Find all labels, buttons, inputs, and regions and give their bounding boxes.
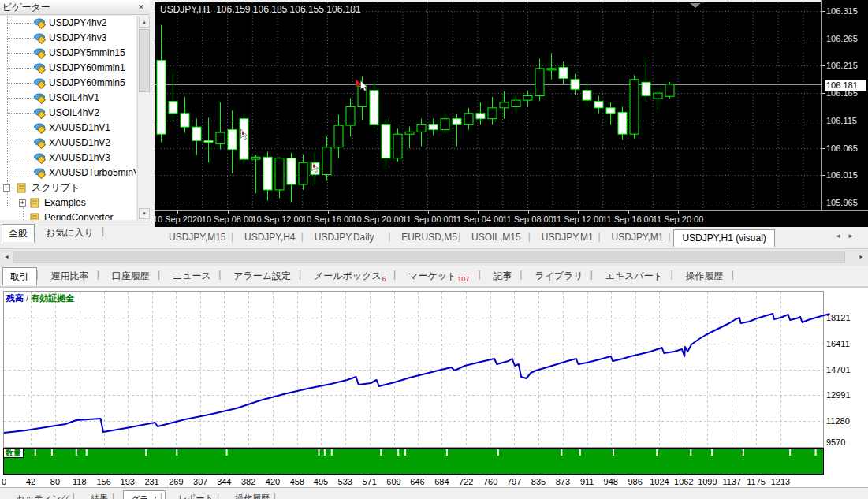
trade-tick-label: 420 (266, 477, 280, 486)
balance-tick-label: 18121 (826, 313, 851, 322)
sidebar-item-expert[interactable]: USOIL4hV2 (0, 106, 136, 121)
terminal-tab-0[interactable]: 取引 (2, 267, 37, 285)
axis-tick (822, 39, 825, 39)
terminal-tab-label: メールボックス (314, 270, 382, 281)
scrollbar-thumb[interactable] (139, 29, 150, 92)
sidebar-item-expert[interactable]: XAUUSD1hV3 (0, 151, 136, 166)
navigator-scrollbar[interactable]: ▲ ▼ (137, 16, 151, 220)
chart-tab-4[interactable]: USOIL,M15 (464, 229, 529, 246)
terminal-tab-3[interactable]: ニュース (166, 267, 218, 285)
trade-tick-label: 344 (217, 477, 231, 486)
navigator-tab-0[interactable]: 全般 (2, 224, 35, 242)
chart-tab-6[interactable]: USDJPY,M1 (604, 229, 672, 246)
mt4-window: ビゲーター × USDJPY4hv2USDJPY4hv3USDJPY5mmin1… (0, 0, 868, 499)
terminal-tab-2[interactable]: 口座履歴 (105, 267, 157, 285)
trade-tick-label: 231 (144, 477, 158, 486)
candle-body (630, 80, 639, 134)
candle-body (594, 102, 603, 108)
terminal-tab-5[interactable]: メールボックス6 (307, 267, 393, 285)
script-icon (16, 182, 28, 194)
sidebar-item-expert[interactable]: USDJPY4hv3 (0, 31, 136, 46)
current-price-badge: 106.181 (825, 80, 866, 91)
sidebar-item-expert[interactable]: XAUUSDTurbo5minV (0, 166, 136, 181)
volume-gap (711, 449, 713, 456)
tester-tab-3[interactable]: レポート (171, 490, 221, 499)
candlestick-chart[interactable] (155, 0, 821, 210)
axis-tick (278, 211, 278, 214)
chart-tab-3[interactable]: EURUSD,M5 (393, 229, 465, 246)
terminal-tab-7[interactable]: 記事 (486, 267, 520, 285)
date-tick-label: 10 Sep 16:00 (302, 214, 353, 224)
candle-body (512, 100, 520, 106)
sidebar-item-label: USOIL4hV2 (49, 107, 99, 118)
tab-scroll-arrows[interactable]: ◄► (835, 233, 860, 240)
sidebar-item-expert[interactable]: USDJPY5mmin15 (0, 46, 136, 61)
scroll-up-icon[interactable]: ▲ (139, 17, 150, 28)
candle-body (382, 125, 390, 158)
chart-tab-1[interactable]: USDJPY,H4 (237, 229, 303, 246)
candle-body (346, 106, 355, 125)
expand-icon[interactable]: + (19, 199, 26, 207)
legend-equity: 有効証拠金 (31, 293, 74, 303)
date-tick-label: 10 Sep 20:00 (352, 214, 403, 224)
tester-tab-2[interactable]: グラフ (123, 490, 166, 499)
terminal-tab-8[interactable]: ライブラリ (527, 267, 590, 285)
price-tick-label: 105.965 (826, 198, 858, 207)
candle-body (322, 147, 331, 175)
date-tick-label: 11 Sep 20:00 (653, 214, 704, 224)
chart-tab-7[interactable]: USDJPY,H1 (visual) (673, 229, 774, 247)
tab-separator: | (668, 231, 670, 242)
tester-tab-0[interactable]: セッティング (9, 490, 77, 499)
collapse-icon[interactable]: − (3, 184, 10, 192)
terminal-tab-4[interactable]: アラーム設定 (226, 267, 298, 285)
chart-tab-2[interactable]: USDJPY,Daily (307, 229, 382, 246)
sidebar-item-expert[interactable]: USDJPY60mmin1 (0, 61, 136, 76)
scroll-down-icon[interactable]: ▼ (139, 208, 150, 219)
chart-tab-0[interactable]: USDJPY,M15 (161, 229, 233, 246)
volume-gap (176, 449, 177, 456)
sidebar-item-scripts[interactable]: −スクリプト (0, 181, 136, 196)
candle-body (547, 69, 556, 70)
hscroll-left-icon[interactable]: ◄ (1, 251, 13, 263)
candle-body (393, 134, 402, 158)
sidebar-item-expert[interactable]: XAUUSD1hV1 (0, 121, 136, 136)
tab-separator: | (598, 231, 601, 242)
hscroll-right-icon[interactable]: ► (855, 251, 867, 263)
tester-tab-4[interactable]: 操作履歴 (228, 490, 277, 499)
navigator-titlebar: ビゲーター × (0, 0, 150, 15)
axis-tick (428, 211, 429, 214)
balance-chart[interactable] (0, 288, 868, 488)
trade-tick-label: 1175 (747, 477, 766, 486)
sidebar-item-script[interactable]: PeriodConverter (0, 210, 136, 220)
close-icon[interactable]: × (136, 0, 147, 13)
terminal-tab-label: ニュース (173, 270, 211, 281)
sidebar-item-expert[interactable]: XAUUSD1hV2 (0, 136, 136, 151)
tab-separator: | (112, 492, 114, 499)
navigator-tab-1[interactable]: お気に入り (39, 224, 100, 241)
legend-separator: / (24, 293, 31, 303)
sidebar-item-script[interactable]: +Examples (0, 196, 136, 210)
candle-body (500, 102, 509, 108)
horizontal-scrollbar[interactable]: ◄ ► (0, 248, 868, 266)
sidebar-item-expert[interactable]: USDJPY4hv2 (0, 16, 136, 31)
trade-tick-label: 307 (193, 477, 207, 486)
chart-tab-5[interactable]: USDJPY,M1 (534, 229, 602, 246)
tester-tab-1[interactable]: 結果 (84, 490, 115, 499)
price-tick-label: 106.065 (826, 143, 858, 153)
tree-connector (7, 83, 34, 84)
tab-separator: | (33, 225, 35, 236)
terminal-tab-1[interactable]: 運用比率 (44, 267, 96, 285)
trade-tick-label: 458 (290, 477, 304, 486)
volume-gap (331, 449, 333, 456)
candle-body (417, 125, 426, 132)
sidebar-item-expert[interactable]: USDJPY60mmin5 (0, 76, 136, 91)
terminal-tab-9[interactable]: エキスパート (598, 267, 670, 285)
hscroll-thumb[interactable] (13, 251, 845, 263)
terminal-tab-6[interactable]: マーケット107 (401, 267, 476, 285)
candle-body (405, 132, 414, 134)
trade-tick-label: 646 (410, 477, 424, 486)
tree-connector (7, 98, 34, 99)
sidebar-item-expert[interactable]: USOIL4hV1 (0, 91, 136, 106)
volume-label: 数量 (3, 448, 24, 458)
terminal-tab-10[interactable]: 操作履歴 (679, 267, 731, 285)
